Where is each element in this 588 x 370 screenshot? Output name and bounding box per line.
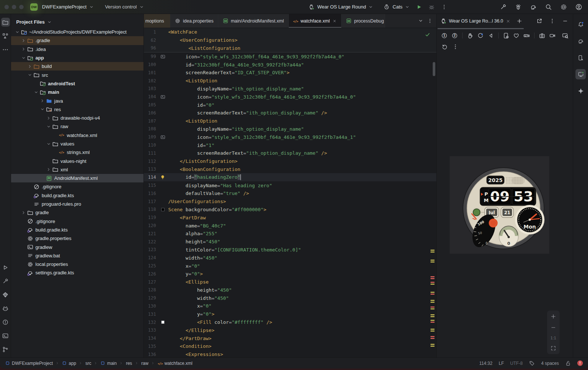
- gradle-button[interactable]: [529, 2, 538, 12]
- tab-options-icon[interactable]: [427, 18, 433, 24]
- tool-strip-gradle-button[interactable]: [575, 36, 586, 46]
- breadcrumb-item-DWFExampleProject[interactable]: DWFExampleProject: [5, 361, 53, 366]
- code-line-133[interactable]: 133 </Ellipse>: [144, 326, 436, 334]
- breadcrumb-item-raw[interactable]: raw: [141, 361, 148, 366]
- code-line-100[interactable]: 100 id="312c30bf_f64a_461e_9c93_992f2fb7…: [144, 61, 436, 69]
- editor-body[interactable]: 1<WatchFace62 <UserConfigurations>96 <Li…: [144, 28, 436, 357]
- tree-item-.idea[interactable]: .idea: [11, 45, 143, 54]
- error-stripe-mark[interactable]: [430, 338, 435, 339]
- code-line-130[interactable]: 130 x="0": [144, 302, 436, 310]
- line-separator[interactable]: LF: [499, 361, 504, 366]
- error-stripe-mark[interactable]: [430, 336, 435, 337]
- device-rotate-button[interactable]: [477, 31, 484, 40]
- tree-item-androidTest[interactable]: androidTest: [11, 79, 143, 88]
- tree-item-gradlew[interactable]: gradlew: [11, 243, 143, 251]
- zoom-ratio[interactable]: 1:1: [550, 336, 556, 340]
- vcs-widget[interactable]: Version control: [104, 4, 146, 10]
- run-button[interactable]: [414, 2, 424, 12]
- tree-item-drawable-nodpi-v4[interactable]: drawable-nodpi-v4: [11, 114, 143, 122]
- breadcrumb-item-src[interactable]: src: [85, 361, 91, 366]
- error-stripe-mark[interactable]: [430, 278, 435, 279]
- gear-button[interactable]: [559, 2, 568, 12]
- device-circle2-button[interactable]: 2: [451, 31, 459, 40]
- tree-item-app[interactable]: app: [11, 54, 143, 62]
- code-line-108[interactable]: 108 displayName="ith_option_display_name…: [144, 125, 436, 133]
- zoom-out-button[interactable]: [550, 325, 556, 330]
- code-line-118[interactable]: 118Scene backgroundColor="#ff000000">: [144, 206, 436, 214]
- code-line-135[interactable]: 135 <Condition>: [144, 342, 436, 350]
- caret-position[interactable]: 114:32: [479, 361, 492, 366]
- tool-strip-app-quality-insights-button[interactable]: [1, 290, 10, 299]
- avatar-button[interactable]: [574, 2, 584, 12]
- tab-processDebug[interactable]: MprocessDebug: [342, 14, 385, 28]
- tool-strip-run-button[interactable]: [1, 263, 10, 272]
- open-in-window-icon[interactable]: [535, 17, 543, 25]
- code-line-99[interactable]: 99 icon="style_wfs_312c30bf_f64a_461e_9c…: [144, 52, 436, 61]
- warning-stripe-mark[interactable]: [430, 308, 435, 309]
- error-stripe-mark[interactable]: [430, 294, 435, 295]
- code-line-123[interactable]: 123 tintColor="[CONFIGURATION.themeColor…: [144, 246, 436, 254]
- code-line-102[interactable]: 102 <ListOption: [144, 77, 436, 85]
- chevron-right-icon[interactable]: [20, 38, 27, 43]
- tree-item-main[interactable]: main: [11, 88, 143, 96]
- code-line-131[interactable]: 131 y="0">: [144, 310, 436, 318]
- code-line-124[interactable]: 124 width="450": [144, 254, 436, 262]
- error-stripe-mark[interactable]: [430, 306, 435, 308]
- tree-item-.gitignore[interactable]: .gitignore: [11, 217, 143, 226]
- device-camera-button[interactable]: [538, 31, 546, 40]
- error-stripe-mark[interactable]: [430, 276, 435, 277]
- chevron-right-icon[interactable]: [39, 98, 45, 103]
- device-reset-button[interactable]: [440, 42, 449, 51]
- code-line-125[interactable]: 125 x="0": [144, 262, 436, 270]
- breadcrumb-item-watchface.xml[interactable]: </>watchface.xml: [158, 361, 192, 366]
- indent-config[interactable]: 4 spaces: [541, 361, 559, 366]
- code-line-129[interactable]: 129 width="450": [144, 294, 436, 302]
- tree-item-java[interactable]: java: [11, 96, 143, 105]
- warning-stripe-mark[interactable]: [430, 261, 435, 263]
- debug-button[interactable]: [427, 2, 436, 12]
- device-display[interactable]: 2025 P M 09 53: [450, 156, 549, 254]
- zoom-in-button[interactable]: [550, 314, 556, 319]
- tree-item-src[interactable]: src: [11, 71, 143, 79]
- gutter-sww-icon[interactable]: [159, 321, 167, 324]
- tree-item-~/AndroidStudioProjects/DWFExampleProject[interactable]: ~/AndroidStudioProjects/DWFExampleProjec…: [11, 28, 143, 36]
- code-line-105[interactable]: 105 id="0": [144, 101, 436, 109]
- tab-moptions[interactable]: moptions: [144, 14, 170, 28]
- error-badge[interactable]: !: [577, 360, 583, 366]
- warning-stripe-mark[interactable]: [430, 320, 435, 321]
- code-line-121[interactable]: 121 alpha="255": [144, 230, 436, 238]
- code-line-1[interactable]: 1<WatchFace: [144, 28, 436, 36]
- code-line-119[interactable]: 119 <PartDraw: [144, 213, 436, 222]
- tool-strip-running-devices-button[interactable]: [575, 69, 586, 79]
- code-line-127[interactable]: 127 <Ellipse: [144, 278, 436, 286]
- code-line-113[interactable]: 113 <BooleanConfiguration: [144, 165, 436, 174]
- code-line-101[interactable]: 101 screenReaderText="ID_CAT_STEP_OVER">: [144, 69, 436, 77]
- code-line-112[interactable]: 112 </ListConfiguration>: [144, 157, 436, 165]
- device-video-button[interactable]: [549, 31, 556, 40]
- code-line-96[interactable]: 96 <ListConfiguration: [144, 44, 436, 52]
- chevron-right-icon[interactable]: [45, 116, 52, 121]
- error-stripe-mark[interactable]: [430, 322, 435, 323]
- panel-options-icon[interactable]: [548, 17, 556, 25]
- tree-item-build.gradle.kts[interactable]: build.gradle.kts: [11, 191, 143, 200]
- code-line-126[interactable]: 126 y="0">: [144, 270, 436, 278]
- breadcrumb-item-res[interactable]: res: [126, 361, 132, 366]
- tree-item-build[interactable]: build: [11, 62, 143, 71]
- chevron-down-icon[interactable]: [14, 30, 20, 35]
- tool-strip-terminal-button[interactable]: [1, 331, 10, 340]
- tree-item-AndroidManifest.xml[interactable]: MAndroidManifest.xml: [11, 174, 143, 182]
- hammer-button[interactable]: [498, 2, 508, 12]
- code-line-107[interactable]: 107 <ListOption: [144, 117, 436, 125]
- code-line-109[interactable]: 109 icon="style_wfs_312c30bf_f64a_461e_9…: [144, 133, 436, 141]
- tree-item-gradle.properties[interactable]: gradle.properties: [11, 234, 143, 243]
- warning-stripe-mark[interactable]: [430, 250, 435, 251]
- editor-scrollbar[interactable]: [433, 62, 435, 76]
- lock-icon[interactable]: [565, 360, 571, 366]
- tree-item-xml[interactable]: xml: [11, 165, 143, 174]
- chevron-down-icon[interactable]: [45, 124, 52, 129]
- device-screen-search-button[interactable]: [561, 31, 569, 40]
- close-icon[interactable]: [332, 19, 337, 23]
- tree-item-raw[interactable]: raw: [11, 122, 143, 131]
- chevron-down-icon[interactable]: [27, 72, 33, 78]
- code-line-104[interactable]: 104 icon="style_wfs_312c30bf_f64a_461e_9…: [144, 93, 436, 101]
